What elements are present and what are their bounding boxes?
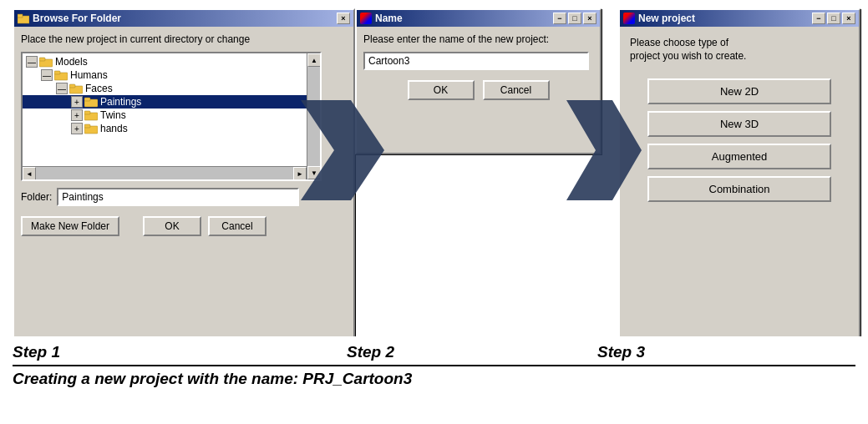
dialog2-maximize-btn[interactable]: □: [568, 13, 581, 24]
matlab-icon2: [623, 13, 635, 24]
dialog1-cancel-btn[interactable]: Cancel: [208, 216, 266, 236]
svg-rect-1: [18, 14, 23, 18]
step-labels-row: Step 1 Step 2 Step 3: [13, 343, 855, 361]
tree-item-twins[interactable]: + Twins: [23, 109, 307, 122]
svg-rect-3: [39, 58, 45, 61]
dialog1-ok-btn[interactable]: OK: [143, 216, 201, 236]
step3-label: Step 3: [597, 343, 645, 361]
dialog2-buttons: OK Cancel: [363, 80, 593, 100]
svg-rect-5: [54, 71, 60, 74]
tree-item-humans[interactable]: — Humans: [23, 68, 307, 82]
bottom-annotation: Step 1 Step 2 Step 3 Creating a new proj…: [0, 336, 868, 424]
folder-icon-paintings: [84, 96, 98, 108]
folder-title-icon: [18, 13, 29, 24]
svg-rect-7: [69, 84, 75, 88]
dialog2-title: Name: [375, 13, 403, 24]
matlab-icon: [360, 13, 372, 24]
new-3d-btn[interactable]: New 3D: [647, 111, 831, 137]
svg-marker-15: [566, 100, 642, 200]
dialog3-titlebar: New project − □ ×: [620, 10, 859, 27]
dialog2-minimize-btn[interactable]: −: [553, 13, 566, 24]
tree-label-hands: hands: [100, 123, 128, 134]
expander-hands[interactable]: +: [71, 123, 83, 134]
folder-icon-hands: [84, 123, 98, 134]
svg-rect-9: [84, 98, 90, 101]
tree-item-paintings[interactable]: + Paintings: [23, 95, 307, 109]
tree-label-twins: Twins: [100, 109, 126, 121]
dialog1-close-btn[interactable]: ×: [337, 13, 350, 24]
step2-label: Step 2: [347, 343, 597, 361]
dialog1-buttons: Make New Folder OK Cancel: [21, 216, 347, 236]
tree-label-humans: Humans: [70, 69, 108, 81]
dialog2-controls: − □ ×: [553, 13, 596, 24]
dialog2-close-btn[interactable]: ×: [583, 13, 596, 24]
tree-item-models[interactable]: — Models: [23, 55, 307, 68]
make-new-folder-btn[interactable]: Make New Folder: [21, 216, 119, 236]
name-dialog: Name − □ × Please enter the name of the …: [355, 8, 602, 154]
scroll-up-btn[interactable]: ▲: [307, 53, 321, 67]
tree-label-models: Models: [55, 56, 88, 68]
dialog3-minimize-btn[interactable]: −: [812, 13, 825, 24]
folder-input[interactable]: [57, 188, 299, 206]
combination-btn[interactable]: Combination: [647, 176, 831, 202]
tree-label-faces: Faces: [85, 83, 113, 94]
expander-humans[interactable]: —: [41, 69, 53, 81]
dialog1-controls: ×: [337, 13, 350, 24]
tree-item-faces[interactable]: — Faces: [23, 82, 307, 95]
folder-icon-models: [39, 56, 53, 68]
arrow1: [301, 100, 384, 203]
expander-faces[interactable]: —: [56, 83, 68, 94]
dialog2-content: Please enter the name of the new project…: [357, 27, 600, 107]
tree-scrollbar-h[interactable]: ◄ ►: [23, 166, 307, 179]
folder-tree[interactable]: — Models —: [21, 52, 322, 181]
tree-label-paintings: Paintings: [100, 96, 141, 108]
expander-twins[interactable]: +: [71, 109, 83, 121]
dialog1-instruction: Place the new project in current directo…: [21, 33, 347, 45]
tree-item-hands[interactable]: + hands: [23, 122, 307, 135]
dialog2-cancel-btn[interactable]: Cancel: [483, 80, 550, 100]
dialog2-prompt: Please enter the name of the new project…: [363, 33, 593, 45]
dialog3-controls: − □ ×: [812, 13, 855, 24]
expander-paintings[interactable]: +: [71, 96, 83, 108]
new-project-dialog: New project − □ × Please choose type of …: [618, 8, 860, 342]
folder-icon-faces: [69, 83, 83, 94]
new-2d-btn[interactable]: New 2D: [647, 78, 831, 104]
dialog1-titlebar: Browse For Folder ×: [14, 10, 353, 27]
augmented-btn[interactable]: Augmented: [647, 144, 831, 169]
svg-marker-14: [301, 100, 384, 200]
project-name-input[interactable]: [363, 52, 589, 70]
step-description: Creating a new project with the name: PR…: [13, 365, 855, 388]
dialog1-title: Browse For Folder: [33, 13, 121, 24]
dialog3-close-btn[interactable]: ×: [842, 13, 855, 24]
svg-rect-13: [84, 124, 90, 128]
dialog3-instruction1: Please choose type of: [630, 37, 849, 48]
dialog2-ok-btn[interactable]: OK: [408, 80, 475, 100]
dialog3-instruction2: project you wish to create.: [630, 50, 849, 62]
dialog3-maximize-btn[interactable]: □: [827, 13, 840, 24]
scroll-left-btn[interactable]: ◄: [23, 167, 36, 180]
folder-label: Folder:: [21, 191, 52, 203]
step1-label: Step 1: [13, 343, 347, 361]
expander-models[interactable]: —: [26, 56, 38, 68]
folder-icon-humans: [54, 69, 68, 81]
svg-rect-11: [84, 111, 90, 114]
folder-icon-twins: [84, 109, 98, 121]
dialog3-title: New project: [638, 13, 695, 24]
dialog2-titlebar: Name − □ ×: [357, 10, 600, 27]
arrow2: [566, 100, 642, 203]
scroll-track-h[interactable]: [36, 167, 293, 179]
dialog3-content: Please choose type of project you wish t…: [620, 27, 859, 216]
folder-field-row: Folder:: [21, 188, 347, 206]
